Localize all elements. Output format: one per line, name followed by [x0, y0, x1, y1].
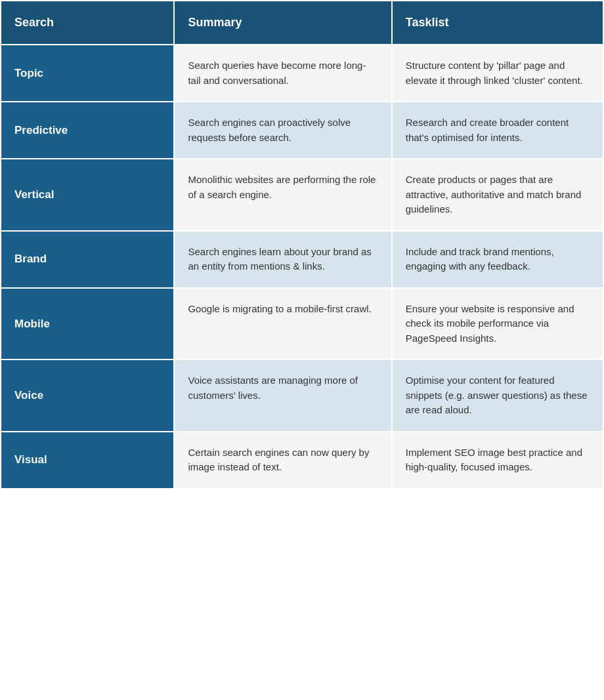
main-table-container: Search Summary Tasklist TopicSearch quer…: [0, 0, 604, 489]
summary-cell: Search queries have become more long-tai…: [174, 45, 391, 102]
table-row: BrandSearch engines learn about your bra…: [1, 231, 603, 288]
header-summary: Summary: [174, 1, 391, 45]
header-row: Search Summary Tasklist: [1, 1, 603, 45]
search-cell: Voice: [1, 360, 174, 432]
table-row: TopicSearch queries have become more lon…: [1, 45, 603, 102]
search-cell: Vertical: [1, 159, 174, 231]
table-row: VoiceVoice assistants are managing more …: [1, 360, 603, 432]
tasklist-cell: Create products or pages that are attrac…: [392, 159, 603, 231]
table-row: PredictiveSearch engines can proactively…: [1, 102, 603, 159]
summary-cell: Certain search engines can now query by …: [174, 432, 391, 489]
summary-cell: Voice assistants are managing more of cu…: [174, 360, 391, 432]
summary-cell: Search engines can proactively solve req…: [174, 102, 391, 159]
tasklist-cell: Structure content by 'pillar' page and e…: [392, 45, 603, 102]
tasklist-cell: Research and create broader content that…: [392, 102, 603, 159]
tasklist-cell: Implement SEO image best practice and hi…: [392, 432, 603, 489]
search-cell: Mobile: [1, 288, 174, 360]
table-row: VisualCertain search engines can now que…: [1, 432, 603, 489]
summary-cell: Search engines learn about your brand as…: [174, 231, 391, 288]
header-tasklist: Tasklist: [392, 1, 603, 45]
search-cell: Brand: [1, 231, 174, 288]
table-row: MobileGoogle is migrating to a mobile-fi…: [1, 288, 603, 360]
search-table: Search Summary Tasklist TopicSearch quer…: [0, 0, 604, 489]
header-search: Search: [1, 1, 174, 45]
search-cell: Predictive: [1, 102, 174, 159]
tasklist-cell: Optimise your content for featured snipp…: [392, 360, 603, 432]
search-cell: Topic: [1, 45, 174, 102]
table-row: VerticalMonolithic websites are performi…: [1, 159, 603, 231]
search-cell: Visual: [1, 432, 174, 489]
summary-cell: Monolithic websites are performing the r…: [174, 159, 391, 231]
summary-cell: Google is migrating to a mobile-first cr…: [174, 288, 391, 360]
tasklist-cell: Ensure your website is responsive and ch…: [392, 288, 603, 360]
tasklist-cell: Include and track brand mentions, engagi…: [392, 231, 603, 288]
